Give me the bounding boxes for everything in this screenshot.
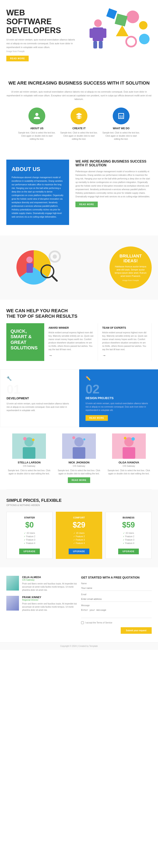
svg-rect-5: [99, 41, 103, 49]
footer: Copyright © 2024 | Created by Template: [0, 642, 158, 650]
business-feature-1: ✓15 Users: [108, 532, 149, 534]
create-it-card-text: Sample text. Click to select the text bo…: [60, 131, 98, 141]
comfort-feature-2: ✓Feature 2: [58, 535, 100, 538]
hero-left: WEBSOFTWAREDEVELOPERS Ut enim ad minim v…: [6, 8, 81, 61]
olga-illustration: [112, 433, 146, 459]
hero-title: WEBSOFTWAREDEVELOPERS: [6, 8, 77, 35]
comfort-plan-name: COMFORT: [58, 516, 100, 519]
search-section: WE CAN HELP YOU REACHTHE TOP OF SEARCH R…: [0, 300, 158, 365]
brilliant-from: Image from Freepik: [122, 279, 139, 281]
about-read-more-button[interactable]: READ MORE: [75, 202, 98, 207]
stella-name: STELLA LARSON: [6, 461, 52, 464]
nick-text: Sample text. Click to select the text bo…: [56, 469, 102, 475]
team-title: TEAM OF EXPERTS: [102, 327, 147, 329]
frank-name: FRANK KINNEY: [22, 596, 77, 599]
business-feature-4: ✓Feature 4: [108, 542, 149, 545]
brilliant-ideas-circle: BRILLIANTIDEAS! Habitasse rhoncus auctor…: [109, 246, 152, 289]
email-label: Email: [81, 593, 152, 596]
search-row: QUICK,SMART &GREATSOLUTIONS AWARD WINNER…: [6, 323, 152, 361]
comfort-feature-3: ✓Feature 3: [58, 539, 100, 541]
celia-image: [6, 576, 19, 591]
email-input[interactable]: [81, 596, 152, 602]
brilliant-title: BRILLIANTIDEAS!: [120, 254, 142, 263]
design-text: Ut enim ad minim veniam, quis nostrud ex…: [86, 402, 152, 412]
design-read-more-button[interactable]: READ MORE: [86, 415, 108, 421]
olga-role: CIS Gateway: [106, 465, 152, 467]
quotation-title: GET STARTED WITH A FREE QUOTATION: [81, 576, 152, 579]
team-read-more-button[interactable]: READ MORE: [68, 477, 90, 483]
svg-rect-4: [93, 41, 97, 49]
name-input[interactable]: [81, 586, 152, 591]
team-section: STELLA LARSON CIS Gateway Sample text. C…: [0, 427, 158, 489]
pricing-card-business: BUSINESS $59 ✓15 Users ✓Feature 2 ✓Featu…: [105, 512, 152, 559]
create-it-icon: [70, 107, 88, 124]
dev-text: Ut enim ad minim veniam, quis nostrud ex…: [6, 402, 73, 412]
nick-illustration: [62, 433, 96, 459]
business-plan-name: BUSINESS: [108, 516, 149, 519]
comfort-price: $29: [58, 521, 100, 529]
about-left-panel: ABOUT US Pellentesque aboreet change man…: [6, 160, 69, 225]
stella-image: [12, 433, 46, 459]
business-feature-3: ✓Feature 3: [108, 539, 149, 541]
about-us-card-text: Sample text. Click to select the text bo…: [18, 131, 56, 141]
create-it-card-title: CREATE IT: [72, 127, 86, 130]
comfort-upgrade-button[interactable]: UPGRADE: [69, 549, 89, 554]
dev-title: DEVELOPMENT: [6, 397, 73, 400]
starter-upgrade-button[interactable]: UPGRADE: [19, 549, 40, 554]
comfort-feature-1: ✓15 Users: [58, 532, 100, 534]
quotation-form-panel: GET STARTED WITH A FREE QUOTATION Name E…: [81, 576, 152, 634]
olga-name: OLGA IVANOVA: [106, 461, 152, 464]
testimonials-panel: CELIA ALMEDA CIS Gateway Proin sed liber…: [6, 576, 77, 634]
svg-point-9: [26, 256, 33, 263]
business-price: $59: [108, 521, 149, 529]
pricing-title: SIMPLE PRICES, FLEXIBLE: [6, 498, 152, 503]
comfort-feature-4: ✓Feature 4: [58, 542, 100, 545]
message-label: Message: [81, 604, 152, 607]
svg-rect-15: [23, 447, 35, 459]
frank-image: [6, 596, 19, 611]
about-right-title: WE ARE INCREASING BUSINESS SUCCESS WITH …: [75, 160, 152, 167]
nick-role: CIS Gateway: [56, 465, 102, 467]
search-left-title: QUICK,SMART &GREATSOLUTIONS: [10, 329, 40, 351]
svg-point-17: [32, 438, 35, 441]
olga-text: Sample text. Click to select the text bo…: [106, 469, 152, 475]
hero-right: [81, 8, 152, 61]
brilliant-right: BRILLIANTIDEAS! Habitasse rhoncus auctor…: [81, 246, 152, 289]
circle-blue-shape: [139, 34, 150, 44]
about-right-text: Pellentesque aboreet change management m…: [75, 170, 152, 198]
business-cards-row: ABOUT US Sample text. Click to select th…: [6, 107, 152, 141]
svg-rect-10: [27, 263, 33, 273]
message-textarea[interactable]: [81, 608, 152, 618]
stella-role: CIS Gateway: [6, 465, 52, 467]
nick-image: [62, 433, 96, 459]
about-section: ABOUT US Pellentesque aboreet change man…: [0, 149, 158, 236]
pricing-subtitle: OPTIONS & NOTHING HIDDEN: [6, 504, 152, 506]
hero-illustration: [85, 17, 110, 51]
hero-read-more-button[interactable]: READ MORE: [6, 56, 29, 61]
brilliant-left: [6, 244, 77, 291]
hero-section: WEBSOFTWAREDEVELOPERS Ut enim ad minim v…: [0, 0, 158, 70]
starter-feature-2: ✓Feature 2: [9, 535, 50, 538]
card-what-we-do: WHAT WE DO Sample text. Click to select …: [102, 107, 140, 141]
starter-feature-3: ✓Feature 3: [9, 539, 50, 541]
circle-pink-shape: [126, 10, 139, 23]
circle-yellow-shape: [139, 21, 148, 30]
what-we-do-icon: [113, 107, 130, 124]
testimonial-celia: CELIA ALMEDA CIS Gateway Proin sed liber…: [6, 576, 77, 592]
award-arrow-icon[interactable]: →: [49, 353, 94, 358]
svg-point-8: [53, 254, 57, 259]
team-card-olga: OLGA IVANOVA CIS Gateway Sample text. Cl…: [106, 433, 152, 483]
terms-row: I accept the Terms of Service: [81, 621, 152, 624]
award-title: AWARD WINNER: [49, 327, 94, 329]
business-feature-2: ✓Feature 2: [108, 535, 149, 538]
team-arrow-icon[interactable]: →: [102, 353, 147, 358]
what-we-do-card-text: Sample text. Click to select the text bo…: [102, 131, 140, 141]
business-upgrade-button[interactable]: UPGRADE: [118, 549, 138, 554]
pricing-row: STARTER $0 ✓15 Users ✓Feature 2 ✓Feature…: [6, 512, 152, 559]
submit-button[interactable]: Submit your request: [121, 627, 152, 634]
design-title: DESIGN PROJECTS: [86, 396, 152, 400]
svg-point-0: [94, 20, 102, 27]
name-label: Name: [81, 582, 152, 585]
svg-rect-1: [93, 27, 103, 41]
terms-checkbox[interactable]: [81, 621, 84, 624]
